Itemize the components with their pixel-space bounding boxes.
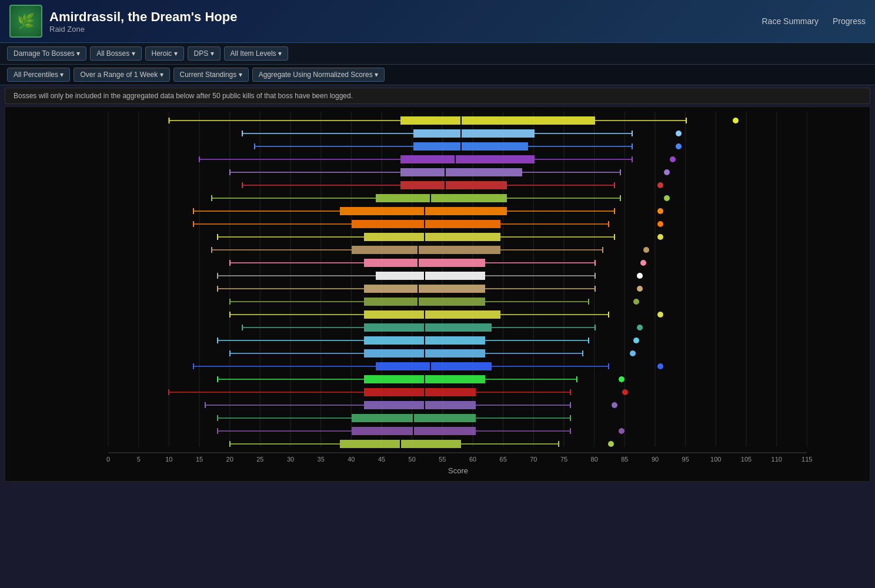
- svg-text:105: 105: [741, 456, 752, 463]
- svg-point-128: [633, 299, 639, 305]
- svg-rect-158: [376, 362, 492, 370]
- svg-text:90: 90: [652, 456, 659, 463]
- header-nav: Race Summary Progress: [762, 16, 866, 26]
- svg-point-114: [637, 273, 643, 279]
- svg-text:Score: Score: [448, 466, 468, 475]
- svg-text:20: 20: [226, 456, 233, 463]
- svg-point-72: [664, 195, 670, 201]
- svg-rect-74: [340, 207, 507, 215]
- svg-point-163: [657, 363, 663, 369]
- svg-rect-123: [364, 298, 485, 306]
- svg-rect-137: [364, 323, 492, 332]
- chart-container: Zoom .grid-line { stroke: #222; stroke-w…: [5, 106, 870, 482]
- svg-text:110: 110: [772, 456, 782, 463]
- svg-rect-95: [352, 246, 500, 254]
- svg-rect-116: [364, 285, 485, 293]
- svg-rect-130: [364, 310, 500, 319]
- page-subtitle: Raid Zone: [49, 25, 237, 34]
- svg-text:70: 70: [530, 456, 537, 463]
- heroic-btn[interactable]: Heroic ▾: [145, 46, 184, 61]
- svg-text:75: 75: [560, 456, 567, 463]
- svg-text:10: 10: [165, 456, 172, 463]
- svg-rect-81: [352, 220, 500, 228]
- svg-point-142: [637, 325, 643, 330]
- svg-text:35: 35: [318, 456, 325, 463]
- svg-rect-53: [400, 168, 522, 176]
- svg-point-135: [657, 312, 663, 318]
- svg-text:0: 0: [106, 456, 110, 463]
- svg-rect-172: [364, 388, 476, 396]
- svg-point-79: [657, 208, 663, 214]
- svg-text:15: 15: [196, 456, 203, 463]
- svg-text:40: 40: [348, 456, 355, 463]
- svg-rect-39: [413, 142, 528, 151]
- svg-point-170: [619, 376, 624, 382]
- current-standings-btn[interactable]: Current Standings ▾: [173, 68, 249, 82]
- chart-inner: Zoom .grid-line { stroke: #222; stroke-w…: [5, 112, 870, 476]
- svg-point-65: [657, 182, 663, 188]
- svg-point-121: [637, 286, 643, 292]
- svg-point-93: [657, 234, 663, 240]
- box-plot-chart: .grid-line { stroke: #222; stroke-width:…: [105, 112, 864, 476]
- svg-point-51: [670, 156, 676, 162]
- aggregate-normalized-btn[interactable]: Aggregate Using Normalized Scores ▾: [252, 68, 385, 82]
- svg-text:50: 50: [409, 456, 416, 463]
- page-title: Amirdrassil, the Dream's Hope: [49, 9, 237, 25]
- race-summary-link[interactable]: Race Summary: [762, 16, 819, 26]
- svg-text:80: 80: [591, 456, 598, 463]
- svg-rect-109: [376, 272, 485, 280]
- notice-bar: Bosses will only be included in the aggr…: [5, 88, 870, 104]
- chart-svg-wrapper: .grid-line { stroke: #222; stroke-width:…: [105, 112, 858, 476]
- toolbar-row1: Damage To Bosses ▾ All Bosses ▾ Heroic ▾…: [0, 43, 875, 65]
- svg-point-197: [619, 428, 624, 434]
- svg-rect-60: [400, 181, 507, 189]
- svg-point-58: [664, 169, 670, 175]
- svg-text:85: 85: [621, 456, 628, 463]
- svg-text:45: 45: [378, 456, 385, 463]
- svg-point-44: [676, 143, 682, 149]
- all-bosses-btn[interactable]: All Bosses ▾: [90, 46, 141, 61]
- svg-point-177: [622, 389, 628, 395]
- progress-link[interactable]: Progress: [833, 16, 866, 26]
- svg-rect-88: [364, 233, 500, 241]
- toolbar-row2: All Percentiles ▾ Over a Range of 1 Week…: [0, 65, 875, 85]
- svg-point-37: [676, 131, 682, 136]
- svg-rect-46: [400, 155, 535, 163]
- svg-text:115: 115: [801, 456, 812, 463]
- svg-point-30: [733, 118, 739, 123]
- svg-rect-32: [413, 129, 535, 138]
- svg-point-107: [640, 260, 646, 266]
- svg-text:95: 95: [682, 456, 689, 463]
- all-item-levels-btn[interactable]: All Item Levels ▾: [224, 46, 288, 61]
- svg-point-156: [630, 350, 636, 356]
- svg-text:65: 65: [500, 456, 507, 463]
- all-percentiles-btn[interactable]: All Percentiles ▾: [7, 68, 70, 82]
- raid-zone-icon: 🌿: [9, 5, 42, 38]
- svg-rect-25: [400, 116, 595, 125]
- svg-point-184: [612, 402, 617, 408]
- svg-point-86: [657, 221, 663, 227]
- svg-text:60: 60: [469, 456, 476, 463]
- svg-rect-179: [364, 401, 476, 409]
- svg-point-100: [643, 247, 649, 253]
- svg-rect-67: [376, 194, 507, 202]
- dps-btn[interactable]: DPS ▾: [188, 46, 221, 61]
- svg-text:55: 55: [439, 456, 446, 463]
- svg-point-149: [633, 338, 639, 343]
- svg-point-204: [608, 441, 614, 447]
- svg-rect-102: [364, 259, 485, 267]
- svg-text:5: 5: [137, 456, 141, 463]
- header-left: 🌿 Amirdrassil, the Dream's Hope Raid Zon…: [9, 5, 237, 38]
- svg-text:100: 100: [710, 456, 721, 463]
- header: 🌿 Amirdrassil, the Dream's Hope Raid Zon…: [0, 0, 875, 43]
- svg-text:30: 30: [287, 456, 294, 463]
- damage-to-bosses-btn[interactable]: Damage To Bosses ▾: [7, 46, 86, 61]
- header-text: Amirdrassil, the Dream's Hope Raid Zone: [49, 9, 237, 34]
- svg-text:25: 25: [256, 456, 263, 463]
- range-1-week-btn[interactable]: Over a Range of 1 Week ▾: [74, 68, 169, 82]
